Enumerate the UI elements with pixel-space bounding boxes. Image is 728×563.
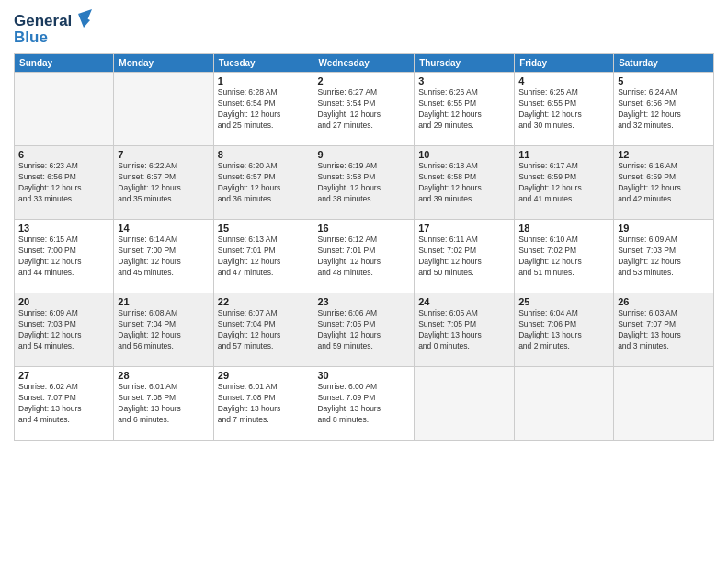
day-cell: 26Sunrise: 6:03 AM Sunset: 7:07 PM Dayli… bbox=[614, 293, 714, 367]
day-number: 19 bbox=[618, 223, 710, 234]
day-number: 8 bbox=[218, 149, 310, 160]
day-cell: 4Sunrise: 6:25 AM Sunset: 6:55 PM Daylig… bbox=[515, 73, 614, 146]
day-cell bbox=[415, 367, 515, 441]
weekday-header-saturday: Saturday bbox=[614, 54, 714, 73]
day-cell bbox=[614, 367, 714, 441]
day-number: 7 bbox=[118, 149, 209, 160]
day-info: Sunrise: 6:28 AM Sunset: 6:54 PM Dayligh… bbox=[218, 87, 310, 132]
week-row-5: 27Sunrise: 6:02 AM Sunset: 7:07 PM Dayli… bbox=[15, 367, 714, 441]
day-cell bbox=[515, 367, 614, 441]
day-info: Sunrise: 6:26 AM Sunset: 6:55 PM Dayligh… bbox=[418, 87, 510, 132]
day-cell: 12Sunrise: 6:16 AM Sunset: 6:59 PM Dayli… bbox=[614, 146, 714, 220]
weekday-header-friday: Friday bbox=[515, 54, 614, 73]
day-number: 13 bbox=[18, 223, 109, 234]
day-info: Sunrise: 6:16 AM Sunset: 6:59 PM Dayligh… bbox=[618, 161, 710, 205]
day-info: Sunrise: 6:23 AM Sunset: 6:56 PM Dayligh… bbox=[18, 161, 109, 205]
weekday-header-wednesday: Wednesday bbox=[313, 54, 415, 73]
day-number: 18 bbox=[518, 223, 609, 234]
day-cell: 22Sunrise: 6:07 AM Sunset: 7:04 PM Dayli… bbox=[213, 293, 313, 367]
day-cell: 25Sunrise: 6:04 AM Sunset: 7:06 PM Dayli… bbox=[515, 293, 614, 367]
day-cell: 16Sunrise: 6:12 AM Sunset: 7:01 PM Dayli… bbox=[313, 220, 415, 293]
day-cell: 18Sunrise: 6:10 AM Sunset: 7:02 PM Dayli… bbox=[515, 220, 614, 293]
day-cell: 13Sunrise: 6:15 AM Sunset: 7:00 PM Dayli… bbox=[15, 220, 114, 293]
day-number: 23 bbox=[317, 296, 410, 307]
day-number: 14 bbox=[118, 223, 209, 234]
day-number: 10 bbox=[418, 149, 510, 160]
day-number: 3 bbox=[418, 75, 510, 86]
day-info: Sunrise: 6:14 AM Sunset: 7:00 PM Dayligh… bbox=[118, 235, 209, 279]
day-info: Sunrise: 6:18 AM Sunset: 6:58 PM Dayligh… bbox=[418, 161, 510, 205]
day-info: Sunrise: 6:09 AM Sunset: 7:03 PM Dayligh… bbox=[618, 235, 710, 279]
day-info: Sunrise: 6:13 AM Sunset: 7:01 PM Dayligh… bbox=[218, 235, 310, 279]
calendar-container: GeneralBlue SundayMondayTuesdayWednesday… bbox=[0, 0, 728, 563]
day-info: Sunrise: 6:01 AM Sunset: 7:08 PM Dayligh… bbox=[118, 382, 209, 426]
day-info: Sunrise: 6:01 AM Sunset: 7:08 PM Dayligh… bbox=[218, 382, 310, 426]
day-cell: 9Sunrise: 6:19 AM Sunset: 6:58 PM Daylig… bbox=[313, 146, 415, 220]
day-cell: 30Sunrise: 6:00 AM Sunset: 7:09 PM Dayli… bbox=[313, 367, 415, 441]
calendar-table: SundayMondayTuesdayWednesdayThursdayFrid… bbox=[14, 53, 714, 441]
day-cell bbox=[15, 73, 114, 146]
day-number: 5 bbox=[618, 75, 710, 86]
weekday-header-sunday: Sunday bbox=[15, 54, 114, 73]
day-number: 1 bbox=[218, 75, 310, 86]
day-info: Sunrise: 6:00 AM Sunset: 7:09 PM Dayligh… bbox=[317, 382, 410, 426]
day-number: 6 bbox=[18, 149, 109, 160]
day-cell: 2Sunrise: 6:27 AM Sunset: 6:54 PM Daylig… bbox=[313, 73, 415, 146]
day-info: Sunrise: 6:17 AM Sunset: 6:59 PM Dayligh… bbox=[518, 161, 609, 205]
day-cell: 15Sunrise: 6:13 AM Sunset: 7:01 PM Dayli… bbox=[213, 220, 313, 293]
day-number: 20 bbox=[18, 296, 109, 307]
day-number: 11 bbox=[518, 149, 609, 160]
day-cell: 14Sunrise: 6:14 AM Sunset: 7:00 PM Dayli… bbox=[114, 220, 213, 293]
day-info: Sunrise: 6:19 AM Sunset: 6:58 PM Dayligh… bbox=[317, 161, 410, 205]
day-number: 30 bbox=[317, 370, 410, 381]
day-cell bbox=[114, 73, 213, 146]
day-info: Sunrise: 6:24 AM Sunset: 6:56 PM Dayligh… bbox=[618, 87, 710, 132]
weekday-header-monday: Monday bbox=[114, 54, 213, 73]
day-number: 29 bbox=[218, 370, 310, 381]
day-cell: 27Sunrise: 6:02 AM Sunset: 7:07 PM Dayli… bbox=[15, 367, 114, 441]
svg-text:General: General bbox=[14, 12, 72, 29]
day-info: Sunrise: 6:20 AM Sunset: 6:57 PM Dayligh… bbox=[218, 161, 310, 205]
day-cell: 3Sunrise: 6:26 AM Sunset: 6:55 PM Daylig… bbox=[415, 73, 515, 146]
day-info: Sunrise: 6:05 AM Sunset: 7:05 PM Dayligh… bbox=[418, 308, 510, 352]
day-cell: 1Sunrise: 6:28 AM Sunset: 6:54 PM Daylig… bbox=[213, 73, 313, 146]
day-number: 26 bbox=[618, 296, 710, 307]
day-info: Sunrise: 6:15 AM Sunset: 7:00 PM Dayligh… bbox=[18, 235, 109, 279]
header: GeneralBlue bbox=[14, 9, 714, 46]
day-number: 17 bbox=[418, 223, 510, 234]
day-info: Sunrise: 6:04 AM Sunset: 7:06 PM Dayligh… bbox=[518, 308, 609, 352]
day-cell: 10Sunrise: 6:18 AM Sunset: 6:58 PM Dayli… bbox=[415, 146, 515, 220]
week-row-3: 13Sunrise: 6:15 AM Sunset: 7:00 PM Dayli… bbox=[15, 220, 714, 293]
day-number: 9 bbox=[317, 149, 410, 160]
day-cell: 19Sunrise: 6:09 AM Sunset: 7:03 PM Dayli… bbox=[614, 220, 714, 293]
day-number: 22 bbox=[218, 296, 310, 307]
day-number: 12 bbox=[618, 149, 710, 160]
day-info: Sunrise: 6:09 AM Sunset: 7:03 PM Dayligh… bbox=[18, 308, 109, 352]
day-info: Sunrise: 6:11 AM Sunset: 7:02 PM Dayligh… bbox=[418, 235, 510, 279]
day-number: 4 bbox=[518, 75, 609, 86]
day-number: 27 bbox=[18, 370, 109, 381]
logo-svg: GeneralBlue bbox=[14, 9, 97, 46]
day-info: Sunrise: 6:02 AM Sunset: 7:07 PM Dayligh… bbox=[18, 382, 109, 426]
weekday-header-row: SundayMondayTuesdayWednesdayThursdayFrid… bbox=[15, 54, 714, 73]
week-row-1: 1Sunrise: 6:28 AM Sunset: 6:54 PM Daylig… bbox=[15, 73, 714, 146]
svg-text:Blue: Blue bbox=[14, 29, 48, 46]
weekday-header-thursday: Thursday bbox=[415, 54, 515, 73]
day-info: Sunrise: 6:08 AM Sunset: 7:04 PM Dayligh… bbox=[118, 308, 209, 352]
day-cell: 29Sunrise: 6:01 AM Sunset: 7:08 PM Dayli… bbox=[213, 367, 313, 441]
week-row-4: 20Sunrise: 6:09 AM Sunset: 7:03 PM Dayli… bbox=[15, 293, 714, 367]
day-number: 21 bbox=[118, 296, 209, 307]
day-cell: 6Sunrise: 6:23 AM Sunset: 6:56 PM Daylig… bbox=[15, 146, 114, 220]
day-info: Sunrise: 6:25 AM Sunset: 6:55 PM Dayligh… bbox=[518, 87, 609, 132]
day-number: 25 bbox=[518, 296, 609, 307]
day-info: Sunrise: 6:10 AM Sunset: 7:02 PM Dayligh… bbox=[518, 235, 609, 279]
day-cell: 24Sunrise: 6:05 AM Sunset: 7:05 PM Dayli… bbox=[415, 293, 515, 367]
day-info: Sunrise: 6:12 AM Sunset: 7:01 PM Dayligh… bbox=[317, 235, 410, 279]
day-cell: 8Sunrise: 6:20 AM Sunset: 6:57 PM Daylig… bbox=[213, 146, 313, 220]
day-cell: 23Sunrise: 6:06 AM Sunset: 7:05 PM Dayli… bbox=[313, 293, 415, 367]
day-number: 16 bbox=[317, 223, 410, 234]
day-info: Sunrise: 6:22 AM Sunset: 6:57 PM Dayligh… bbox=[118, 161, 209, 205]
day-number: 24 bbox=[418, 296, 510, 307]
day-number: 15 bbox=[218, 223, 310, 234]
day-cell: 17Sunrise: 6:11 AM Sunset: 7:02 PM Dayli… bbox=[415, 220, 515, 293]
